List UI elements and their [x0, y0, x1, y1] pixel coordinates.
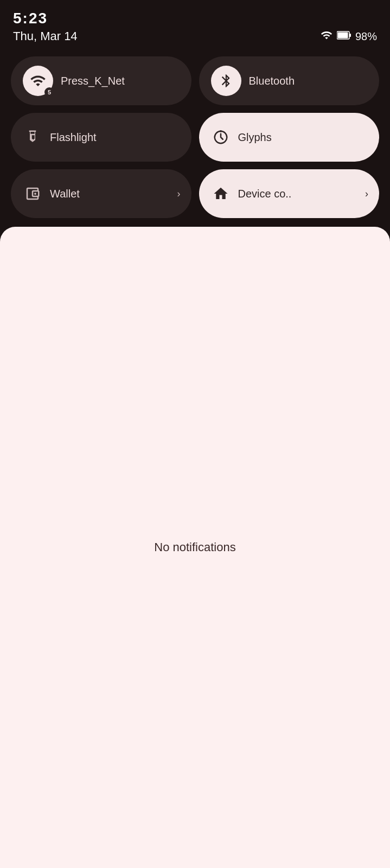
bluetooth-icon-circle: [211, 66, 241, 96]
wallet-tile[interactable]: Wallet ›: [11, 169, 191, 218]
wifi-status-icon: [321, 29, 333, 43]
svg-rect-1: [337, 33, 348, 39]
wifi-icon: [30, 73, 46, 89]
wifi-tile[interactable]: 5 Press_K_Net: [11, 56, 191, 105]
battery-icon: [337, 31, 351, 42]
device-controls-tile-label: Device co..: [238, 187, 292, 200]
glyphs-tile-label: Glyphs: [238, 131, 272, 144]
flashlight-tile-label: Flashlight: [50, 131, 97, 144]
no-notifications-text: No notifications: [154, 540, 235, 554]
wifi-tile-label: Press_K_Net: [61, 74, 125, 87]
battery-percent: 98%: [355, 30, 377, 43]
device-controls-tile[interactable]: Device co.. ›: [199, 169, 380, 218]
bluetooth-tile[interactable]: Bluetooth: [199, 56, 380, 105]
bluetooth-icon: [219, 73, 234, 88]
home-icon-wrap: [211, 184, 231, 203]
svg-point-4: [220, 130, 222, 132]
status-icons: 98%: [321, 29, 377, 43]
wifi-badge: 5: [44, 87, 54, 97]
clock: 5:23: [13, 10, 377, 27]
device-controls-chevron-icon: ›: [365, 188, 368, 200]
wallet-icon-wrap: [23, 184, 42, 203]
flashlight-icon: [24, 129, 41, 145]
wifi-icon-circle: 5: [23, 66, 53, 96]
bluetooth-tile-label: Bluetooth: [249, 74, 295, 87]
notification-area: No notifications: [0, 227, 390, 868]
status-bar: 5:23 Thu, Mar 14 98%: [0, 0, 390, 48]
svg-rect-2: [349, 34, 351, 37]
quick-tiles-grid: 5 Press_K_Net Bluetooth Flashlight: [0, 48, 390, 227]
flashlight-tile[interactable]: Flashlight: [11, 113, 191, 162]
home-icon: [213, 186, 229, 202]
wallet-chevron-icon: ›: [177, 188, 181, 200]
date: Thu, Mar 14: [13, 29, 78, 43]
glyphs-tile[interactable]: Glyphs: [199, 113, 380, 162]
flashlight-icon-wrap: [23, 127, 42, 147]
wallet-tile-label: Wallet: [50, 187, 80, 200]
svg-point-5: [34, 193, 36, 195]
glyphs-icon: [213, 129, 229, 145]
wallet-icon: [24, 186, 41, 202]
glyphs-icon-wrap: [211, 127, 231, 147]
